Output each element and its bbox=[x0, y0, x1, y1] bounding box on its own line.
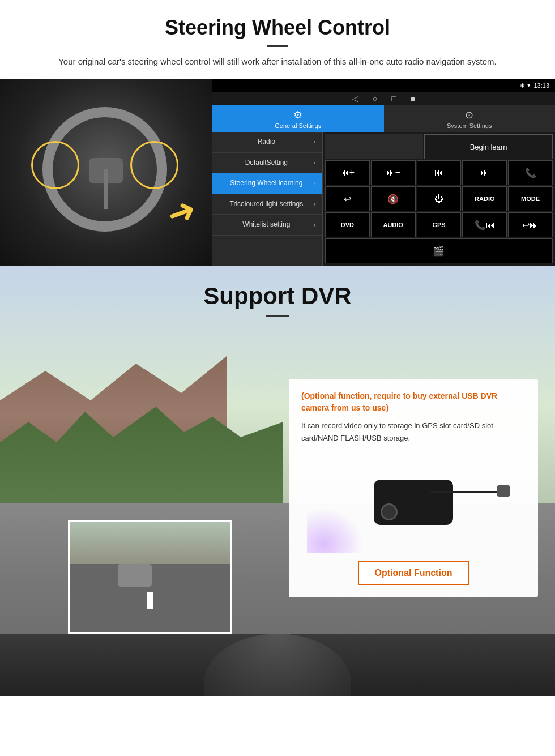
camera-icon: 🎬 bbox=[433, 246, 445, 257]
gps-btn[interactable]: GPS bbox=[417, 212, 462, 237]
phone-next-icon: ↩⏭ bbox=[522, 220, 539, 230]
statusbar-icons: ◈ ▾ 13:13 bbox=[520, 82, 549, 89]
chevron-right-icon: › bbox=[314, 139, 315, 145]
menu-item-defaultsetting[interactable]: DefaultSetting › bbox=[212, 153, 322, 174]
begin-learn-label: Begin learn bbox=[470, 143, 507, 151]
vol-down-btn[interactable]: ⏭− bbox=[371, 160, 416, 185]
mute-btn[interactable]: 🔇 bbox=[371, 186, 416, 211]
begin-learn-row: Begin learn bbox=[325, 134, 553, 159]
arrow-icon: ➜ bbox=[161, 189, 202, 236]
mode-label: MODE bbox=[521, 195, 540, 202]
dvr-body-text: It can record video only to storage in G… bbox=[301, 420, 526, 445]
dvr-background: Support DVR (Optional function, require … bbox=[0, 266, 555, 696]
steering-photo: ➜ bbox=[0, 79, 212, 266]
power-btn[interactable]: ⏻ bbox=[417, 186, 462, 211]
dvd-btn[interactable]: DVD bbox=[325, 212, 370, 237]
tab-general-label: General Settings bbox=[275, 122, 321, 129]
screenshot-composite: ➜ ◈ ▾ 13:13 ◁ ○ □ ■ ⚙ General Settings bbox=[0, 79, 555, 266]
dvr-dashboard bbox=[0, 634, 555, 696]
status-time: 13:13 bbox=[533, 82, 549, 89]
dvr-title-block: Support DVR bbox=[0, 266, 555, 317]
highlight-left bbox=[31, 141, 79, 189]
dvr-divider bbox=[266, 315, 289, 317]
section2-dvr: Support DVR (Optional function, require … bbox=[0, 266, 555, 696]
spacer bbox=[325, 134, 423, 159]
vol-up-btn[interactable]: ⏮+ bbox=[325, 160, 370, 185]
chevron-right-icon3: › bbox=[314, 180, 315, 186]
dvr-info-card: (Optional function, require to buy exter… bbox=[289, 379, 538, 597]
dvr-title: Support DVR bbox=[0, 283, 555, 310]
control-panel: Begin learn ⏮+ ⏭− ⏮ ⏭ 📞 ↩ 🔇 ⏻ RADIO bbox=[323, 132, 555, 266]
menu-item-tricolour[interactable]: Tricoloured light settings › bbox=[212, 194, 322, 215]
phone-next-btn[interactable]: ↩⏭ bbox=[508, 212, 553, 237]
section1-title: Steering Wheel Control bbox=[23, 16, 532, 40]
section1-subtitle: Your original car's steering wheel contr… bbox=[23, 55, 532, 69]
android-panel: ◈ ▾ 13:13 ◁ ○ □ ■ ⚙ General Settings ⊙ S… bbox=[212, 79, 555, 266]
cable-end bbox=[497, 485, 510, 497]
dvr-thumbnail bbox=[68, 520, 232, 634]
mute-icon: 🔇 bbox=[387, 194, 399, 204]
android-statusbar: ◈ ▾ 13:13 bbox=[212, 79, 555, 92]
back-icon[interactable]: ◁ bbox=[352, 94, 358, 103]
settings-tabs: ⚙ General Settings ⊙ System Settings bbox=[212, 105, 555, 132]
recents-icon[interactable]: □ bbox=[391, 94, 396, 103]
vol-down-icon: ⏭− bbox=[386, 168, 400, 178]
radio-label: RADIO bbox=[475, 195, 494, 202]
gps-label: GPS bbox=[432, 221, 445, 228]
tab-general-settings[interactable]: ⚙ General Settings bbox=[212, 105, 384, 132]
camera-lens bbox=[381, 503, 398, 520]
title-divider bbox=[267, 45, 288, 47]
audio-btn[interactable]: AUDIO bbox=[371, 212, 416, 237]
prev-icon: ⏮ bbox=[434, 168, 443, 178]
menu-area: Radio › DefaultSetting › Steering Wheel … bbox=[212, 132, 555, 266]
power-icon: ⏻ bbox=[434, 194, 443, 204]
gear-icon: ⚙ bbox=[293, 109, 302, 121]
camera-btn[interactable]: 🎬 bbox=[325, 238, 553, 263]
menu-default-label: DefaultSetting bbox=[219, 159, 314, 168]
menu-item-radio[interactable]: Radio › bbox=[212, 132, 322, 153]
menu-whitelist-label: Whitelist setting bbox=[219, 220, 314, 229]
tab-system-label: System Settings bbox=[447, 122, 492, 129]
vol-up-icon: ⏮+ bbox=[340, 168, 355, 178]
home-icon[interactable]: ○ bbox=[373, 94, 377, 103]
android-navbar: ◁ ○ □ ■ bbox=[212, 92, 555, 106]
control-row-3: DVD AUDIO GPS 📞⏮ ↩⏭ bbox=[325, 212, 553, 237]
section1-steering: Steering Wheel Control Your original car… bbox=[0, 0, 555, 69]
chevron-right-icon2: › bbox=[314, 160, 315, 166]
location-icon: ◈ bbox=[520, 82, 524, 89]
network-icon: ⊙ bbox=[465, 109, 473, 121]
back-call-btn[interactable]: ↩ bbox=[325, 186, 370, 211]
menu-tricolour-label: Tricoloured light settings bbox=[219, 200, 314, 209]
chevron-right-icon4: › bbox=[314, 201, 315, 207]
control-row-4: 🎬 bbox=[325, 238, 553, 263]
menu-item-steering-wheel[interactable]: Steering Wheel learning › bbox=[212, 173, 322, 194]
optional-function-button[interactable]: Optional Function bbox=[358, 561, 469, 585]
menu-steering-label: Steering Wheel learning bbox=[219, 179, 314, 188]
phone-icon: 📞 bbox=[525, 168, 536, 178]
radio-btn[interactable]: RADIO bbox=[462, 186, 507, 211]
dashboard-center bbox=[204, 634, 351, 696]
menu-radio-label: Radio bbox=[219, 138, 314, 147]
dvr-camera-illustration bbox=[301, 451, 526, 553]
control-row-1: ⏮+ ⏭− ⏮ ⏭ 📞 bbox=[325, 160, 553, 185]
control-row-2: ↩ 🔇 ⏻ RADIO MODE bbox=[325, 186, 553, 211]
hangup-icon: ↩ bbox=[344, 194, 351, 204]
phone-btn[interactable]: 📞 bbox=[508, 160, 553, 185]
light-burst bbox=[307, 508, 364, 553]
phone-prev-btn[interactable]: 📞⏮ bbox=[462, 212, 507, 237]
menu-item-whitelist[interactable]: Whitelist setting › bbox=[212, 215, 322, 236]
camera-body bbox=[374, 480, 453, 525]
steering-spoke bbox=[104, 169, 108, 209]
next-icon: ⏭ bbox=[480, 168, 489, 178]
tab-system-settings[interactable]: ⊙ System Settings bbox=[384, 105, 556, 132]
chevron-right-icon5: › bbox=[314, 222, 315, 228]
wifi-icon: ▾ bbox=[527, 82, 531, 89]
dvr-optional-text: (Optional function, require to buy exter… bbox=[301, 390, 526, 414]
menu-icon[interactable]: ■ bbox=[411, 94, 415, 103]
steering-bg: ➜ bbox=[0, 79, 212, 266]
begin-learn-button[interactable]: Begin learn bbox=[424, 134, 553, 159]
next-btn[interactable]: ⏭ bbox=[462, 160, 507, 185]
mode-btn[interactable]: MODE bbox=[508, 186, 553, 211]
settings-menu-list: Radio › DefaultSetting › Steering Wheel … bbox=[212, 132, 323, 266]
prev-btn[interactable]: ⏮ bbox=[417, 160, 462, 185]
